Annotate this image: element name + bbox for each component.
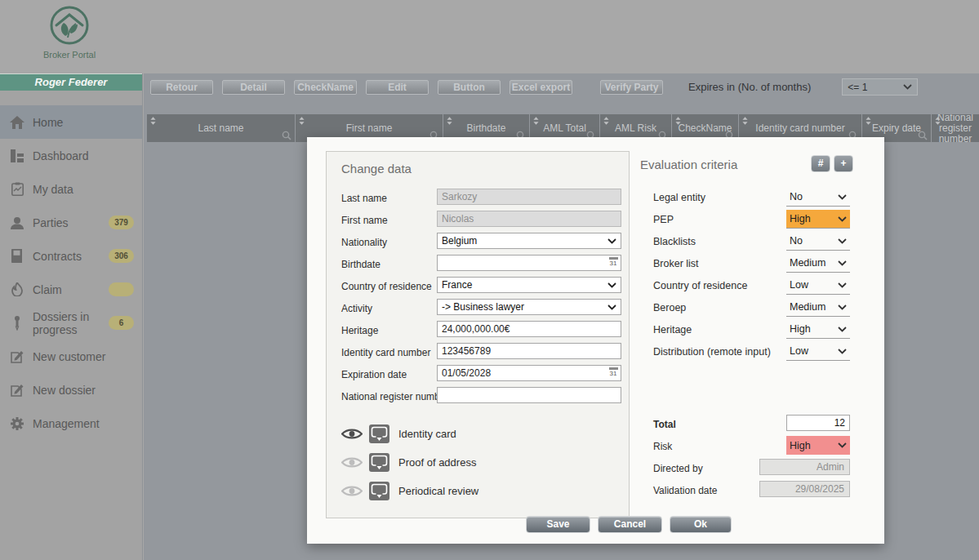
activity-select[interactable]: -> Business lawyer bbox=[437, 299, 621, 315]
verify-party-button[interactable]: Verify Party bbox=[600, 80, 663, 95]
nationality-select[interactable]: Belgium bbox=[437, 233, 621, 249]
management-icon bbox=[9, 416, 25, 431]
identity-card-number-field[interactable] bbox=[437, 343, 621, 359]
sidebar: Roger Federer Home Dashboard My data Par… bbox=[0, 73, 143, 560]
distribution-select[interactable]: Low bbox=[786, 342, 850, 361]
column-header-last-name[interactable]: Last name bbox=[147, 114, 295, 142]
column-label: CheckName bbox=[678, 123, 732, 134]
search-icon[interactable] bbox=[282, 131, 291, 140]
excel-export-button[interactable]: Excel export bbox=[510, 80, 572, 95]
eye-icon[interactable] bbox=[341, 485, 363, 497]
my-data-icon bbox=[9, 182, 25, 197]
sort-icon[interactable] bbox=[603, 117, 609, 125]
total-field[interactable] bbox=[786, 415, 850, 431]
sidebar-item-dashboard[interactable]: Dashboard bbox=[0, 139, 142, 172]
chevron-down-icon bbox=[838, 260, 847, 266]
sidebar-item-label: Claim bbox=[33, 283, 62, 296]
risk-label: Risk bbox=[653, 441, 672, 452]
national-register-number-field[interactable] bbox=[437, 387, 621, 403]
summary-row-validation-date: Validation date 29/08/2025 bbox=[640, 480, 854, 502]
sidebar-item-contracts[interactable]: Contracts 306 bbox=[0, 239, 142, 273]
sidebar-item-label: Home bbox=[33, 116, 63, 129]
sort-icon[interactable] bbox=[866, 117, 871, 125]
change-data-form: Last name First name Nationality Belgium… bbox=[341, 188, 622, 408]
plus-button[interactable]: + bbox=[834, 155, 853, 172]
sort-icon[interactable] bbox=[150, 117, 156, 125]
sidebar-item-management[interactable]: Management bbox=[0, 407, 142, 440]
button-button[interactable]: Button bbox=[438, 80, 501, 95]
sort-icon[interactable] bbox=[533, 117, 539, 125]
sidebar-item-dossiers-in-progress[interactable]: Dossiers in progress 6 bbox=[0, 306, 142, 340]
heritage-criteria-select[interactable]: High bbox=[786, 320, 850, 339]
evaluation-summary: Total Risk High Directed by Admin Valida… bbox=[640, 414, 854, 502]
sort-icon[interactable] bbox=[742, 117, 748, 125]
sort-icon[interactable] bbox=[299, 117, 305, 125]
column-label: AML Total bbox=[543, 123, 586, 134]
parties-count-badge: 379 bbox=[109, 216, 134, 229]
detail-button[interactable]: Detail bbox=[222, 80, 285, 95]
blacklists-select[interactable]: No bbox=[786, 232, 850, 251]
column-header-national-register-number[interactable]: National register number bbox=[931, 114, 979, 142]
dashboard-icon bbox=[9, 149, 25, 163]
last-name-field[interactable] bbox=[437, 189, 621, 205]
sort-icon[interactable] bbox=[447, 117, 452, 125]
calendar-icon[interactable]: 31 bbox=[607, 257, 619, 269]
last-name-label: Last name bbox=[341, 193, 387, 204]
risk-select[interactable]: High bbox=[786, 436, 850, 455]
parties-icon bbox=[9, 216, 25, 230]
eye-icon[interactable] bbox=[341, 428, 363, 440]
sort-icon[interactable] bbox=[935, 117, 941, 125]
search-icon[interactable] bbox=[918, 131, 928, 140]
heritage-field[interactable] bbox=[437, 321, 621, 337]
legal-entity-select[interactable]: No bbox=[786, 188, 850, 207]
form-row-birthdate: Birthdate 31 bbox=[341, 254, 622, 276]
heritage-criteria-value: High bbox=[790, 323, 811, 335]
birthdate-field[interactable] bbox=[437, 255, 621, 271]
sidebar-item-parties[interactable]: Parties 379 bbox=[0, 206, 142, 239]
calendar-icon[interactable]: 31 bbox=[607, 367, 619, 379]
sidebar-item-new-dossier[interactable]: New dossier bbox=[0, 373, 142, 407]
country-of-residence-criteria-select[interactable]: Low bbox=[786, 276, 850, 295]
column-label: First name bbox=[346, 123, 393, 134]
periodical-review-document-icon[interactable] bbox=[369, 482, 389, 500]
chevron-down-icon bbox=[838, 304, 847, 310]
documents-list: Identity card Proof of address bbox=[341, 420, 611, 505]
edit-button[interactable]: Edit bbox=[366, 80, 429, 95]
document-row-proof-of-address: Proof of address bbox=[341, 448, 611, 477]
hash-button[interactable]: # bbox=[811, 155, 830, 172]
expiration-date-field[interactable] bbox=[437, 365, 621, 381]
cancel-button[interactable]: Cancel bbox=[598, 516, 662, 533]
sidebar-item-label: Dossiers in progress bbox=[33, 310, 109, 336]
column-label: AML Risk bbox=[615, 123, 656, 134]
form-row-identity-card-number: Identity card number bbox=[341, 342, 622, 364]
criteria-row-legal-entity: Legal entity No bbox=[640, 187, 854, 209]
proof-of-address-document-icon[interactable] bbox=[369, 453, 389, 472]
country-of-residence-select[interactable]: France bbox=[437, 277, 621, 293]
sidebar-item-label: Management bbox=[33, 417, 100, 430]
pep-value: High bbox=[790, 213, 811, 224]
sidebar-item-claim[interactable]: Claim bbox=[0, 273, 142, 306]
retour-button[interactable]: Retour bbox=[150, 80, 213, 95]
sidebar-item-new-customer[interactable]: New customer bbox=[0, 340, 142, 373]
sidebar-item-home[interactable]: Home bbox=[0, 105, 142, 139]
save-button[interactable]: Save bbox=[526, 516, 590, 533]
criteria-row-country-of-residence: Country of residence Low bbox=[640, 275, 854, 297]
eye-icon[interactable] bbox=[341, 456, 363, 469]
criteria-row-heritage: Heritage High bbox=[640, 319, 854, 341]
expires-in-value: <= 1 bbox=[848, 82, 867, 93]
sidebar-item-my-data[interactable]: My data bbox=[0, 172, 142, 206]
sort-icon[interactable] bbox=[675, 117, 681, 125]
checkname-button[interactable]: CheckName bbox=[294, 80, 357, 95]
national-register-number-label: National register number bbox=[341, 391, 448, 402]
identity-card-document-icon[interactable] bbox=[369, 424, 389, 443]
chevron-down-icon bbox=[903, 84, 912, 90]
first-name-field[interactable] bbox=[437, 211, 621, 227]
expires-in-select[interactable]: <= 1 bbox=[842, 78, 918, 96]
form-row-national-register-number: National register number bbox=[341, 386, 622, 408]
ok-button[interactable]: Ok bbox=[670, 516, 732, 533]
broker-list-select[interactable]: Medium bbox=[786, 254, 850, 273]
chevron-down-icon bbox=[607, 304, 616, 310]
pep-select[interactable]: High bbox=[786, 210, 850, 229]
beroep-select[interactable]: Medium bbox=[786, 298, 850, 317]
claim-icon bbox=[9, 282, 25, 297]
